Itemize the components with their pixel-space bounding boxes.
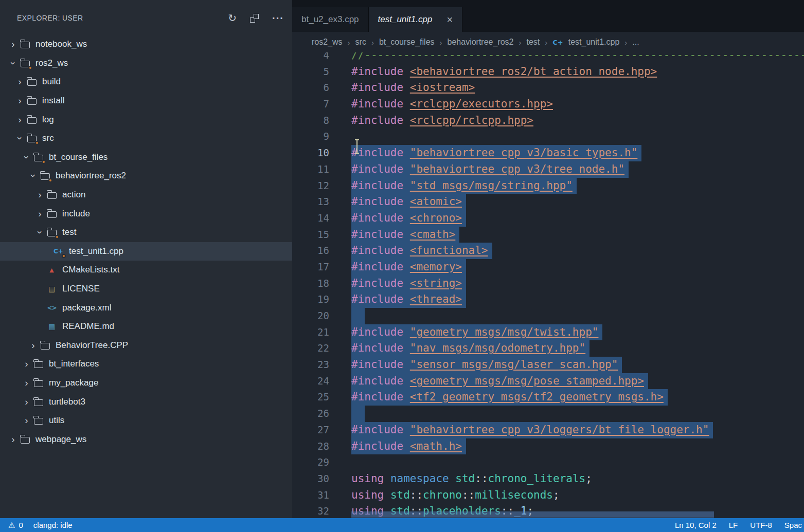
- breadcrumb-item[interactable]: src: [355, 38, 366, 47]
- code-line-4[interactable]: 4//-------------------------------------…: [292, 52, 804, 64]
- code-token: ::: [410, 489, 423, 501]
- code-text: //--------------------------------------…: [351, 52, 804, 64]
- tree-item-bt_course_files[interactable]: ›bt_course_files: [0, 148, 292, 167]
- code-line-22[interactable]: 22#include "nav_msgs/msg/odometry.hpp": [292, 340, 804, 357]
- indentation-indicator[interactable]: Spac: [784, 521, 802, 529]
- line-number: 19: [292, 291, 351, 308]
- code-token: using: [351, 472, 384, 485]
- editor-region: bt_u2_ex3.cpp test_unit1.cpp × ros2_ws›s…: [292, 0, 804, 518]
- clangd-status[interactable]: clangd: idle: [33, 521, 73, 529]
- tab-test_unit1-cpp[interactable]: test_unit1.cpp ×: [369, 7, 463, 32]
- folder-icon: [25, 114, 39, 125]
- code-line-27[interactable]: 27#include "behaviortree_cpp_v3/loggers/…: [292, 422, 804, 438]
- code-line-10[interactable]: 10#include "behaviortree_cpp_v3/basic_ty…: [292, 145, 804, 161]
- git-modified-dot: [28, 66, 32, 70]
- breadcrumb-item[interactable]: behaviortree_ros2: [448, 38, 514, 47]
- more-actions-button[interactable]: ···: [272, 12, 284, 24]
- tree-item-my_package[interactable]: ›my_package: [0, 374, 292, 393]
- breadcrumb-item[interactable]: test: [527, 38, 540, 47]
- folder-icon: [31, 152, 45, 163]
- code-token: <rclcpp/rclcpp.hpp>: [410, 114, 533, 126]
- tree-item-include[interactable]: ›include: [0, 204, 292, 223]
- code-line-26[interactable]: 26: [292, 406, 804, 422]
- tree-item-CMakeLists.txt[interactable]: ▲CMakeLists.txt: [0, 261, 292, 280]
- tree-item-test_unit1.cpp[interactable]: C+test_unit1.cpp: [0, 242, 292, 261]
- tree-item-BehaviorTree.CPP[interactable]: ›BehaviorTree.CPP: [0, 336, 292, 355]
- encoding-indicator[interactable]: UTF-8: [750, 521, 772, 529]
- collapse-square-icon: [254, 14, 259, 19]
- chevron-icon: ›: [15, 76, 25, 87]
- code-text: #include <iostream>: [351, 80, 475, 96]
- code-line-20[interactable]: 20: [292, 308, 804, 324]
- tree-item-label: LICENSE: [62, 284, 100, 294]
- breadcrumb-separator-icon: ›: [519, 38, 522, 47]
- cursor-position[interactable]: Ln 10, Col 2: [675, 521, 717, 529]
- tree-item-utils[interactable]: ›utils: [0, 411, 292, 430]
- tree-item-notebook_ws[interactable]: ›notebook_ws: [0, 35, 292, 54]
- code-line-8[interactable]: 8#include <rclcpp/rclcpp.hpp>: [292, 113, 804, 129]
- tree-item-bt_interfaces[interactable]: ›bt_interfaces: [0, 355, 292, 374]
- tree-item-ros2_ws[interactable]: ›ros2_ws: [0, 54, 292, 73]
- code-line-15[interactable]: 15#include <cmath>: [292, 227, 804, 243]
- code-line-7[interactable]: 7#include <rclcpp/executors.hpp>: [292, 96, 804, 113]
- code-line-23[interactable]: 23#include "sensor_msgs/msg/laser_scan.h…: [292, 357, 804, 373]
- code-token: <tf2_geometry_msgs/tf2_geometry_msgs.h>: [410, 391, 664, 403]
- code-line-12[interactable]: 12#include "std_msgs/msg/string.hpp": [292, 178, 804, 194]
- code-text: [351, 406, 365, 422]
- line-number: 32: [292, 503, 351, 518]
- horizontal-scrollbar[interactable]: [351, 511, 714, 518]
- tree-item-log[interactable]: ›log: [0, 110, 292, 129]
- code-line-19[interactable]: 19#include <thread>: [292, 291, 804, 308]
- code-line-9[interactable]: 9: [292, 129, 804, 145]
- tree-item-test[interactable]: ›test: [0, 223, 292, 242]
- code-line-5[interactable]: 5#include <behaviortree_ros2/bt_action_n…: [292, 64, 804, 80]
- tree-item-src[interactable]: ›src: [0, 129, 292, 148]
- line-number: 9: [292, 129, 351, 145]
- code-line-13[interactable]: 13#include <atomic>: [292, 194, 804, 210]
- code-line-25[interactable]: 25#include <tf2_geometry_msgs/tf2_geomet…: [292, 389, 804, 406]
- code-token: //--------------------------------------…: [351, 52, 804, 61]
- tree-item-README.md[interactable]: ▤README.md: [0, 317, 292, 336]
- code-line-16[interactable]: 16#include <functional>: [292, 243, 804, 259]
- collapse-folders-button[interactable]: [250, 14, 259, 23]
- tree-item-LICENSE[interactable]: ▤LICENSE: [0, 280, 292, 299]
- breadcrumb-item[interactable]: ...: [632, 38, 639, 47]
- tree-item-package.xml[interactable]: <>package.xml: [0, 298, 292, 317]
- code-line-14[interactable]: 14#include <chrono>: [292, 210, 804, 227]
- tab-bt_u2_ex3-cpp[interactable]: bt_u2_ex3.cpp: [292, 7, 369, 32]
- chevron-icon: ›: [22, 358, 31, 370]
- list-file-icon: ▤: [45, 283, 59, 295]
- tree-item-action[interactable]: ›action: [0, 186, 292, 205]
- code-line-30[interactable]: 30using namespace std::chrono_literals;: [292, 471, 804, 487]
- problems-indicator[interactable]: ⚠ 0: [8, 521, 23, 530]
- tree-item-label: ros2_ws: [35, 58, 68, 68]
- tree-item-behaviortree_ros2[interactable]: ›behaviortree_ros2: [0, 167, 292, 186]
- code-line-31[interactable]: 31using std::chrono::milliseconds;: [292, 487, 804, 504]
- breadcrumb-item[interactable]: test_unit1.cpp: [568, 38, 620, 47]
- code-line-11[interactable]: 11#include "behaviortree_cpp_v3/tree_nod…: [292, 161, 804, 178]
- code-line-18[interactable]: 18#include <string>: [292, 276, 804, 292]
- code-line-24[interactable]: 24#include <geometry_msgs/msg/pose_stamp…: [292, 373, 804, 390]
- line-number: 4: [292, 52, 351, 64]
- breadcrumb-item[interactable]: bt_course_files: [379, 38, 435, 47]
- code-text: using std::chrono::milliseconds;: [351, 487, 560, 504]
- code-line-28[interactable]: 28#include <math.h>: [292, 438, 804, 455]
- breadcrumb-item[interactable]: ros2_ws: [312, 38, 343, 47]
- tree-item-label: behaviortree_ros2: [56, 171, 126, 181]
- tree-item-install[interactable]: ›install: [0, 91, 292, 111]
- folder-icon: [25, 76, 39, 87]
- tree-item-label: README.md: [62, 321, 114, 332]
- code-line-21[interactable]: 21#include "geometry_msgs/msg/twist.hpp": [292, 324, 804, 341]
- tree-item-webpage_ws[interactable]: ›webpage_ws: [0, 430, 292, 449]
- code-token: [384, 489, 390, 501]
- tree-item-turtlebot3[interactable]: ›turtlebot3: [0, 392, 292, 411]
- eol-indicator[interactable]: LF: [729, 521, 738, 529]
- code-token: std: [455, 472, 475, 485]
- refresh-explorer-button[interactable]: ↻: [228, 12, 237, 24]
- code-line-17[interactable]: 17#include <memory>: [292, 259, 804, 276]
- code-line-6[interactable]: 6#include <iostream>: [292, 80, 804, 96]
- close-tab-icon[interactable]: ×: [446, 14, 453, 26]
- code-line-29[interactable]: 29: [292, 454, 804, 471]
- code-editor[interactable]: 4//-------------------------------------…: [292, 52, 804, 518]
- tree-item-build[interactable]: ›build: [0, 72, 292, 91]
